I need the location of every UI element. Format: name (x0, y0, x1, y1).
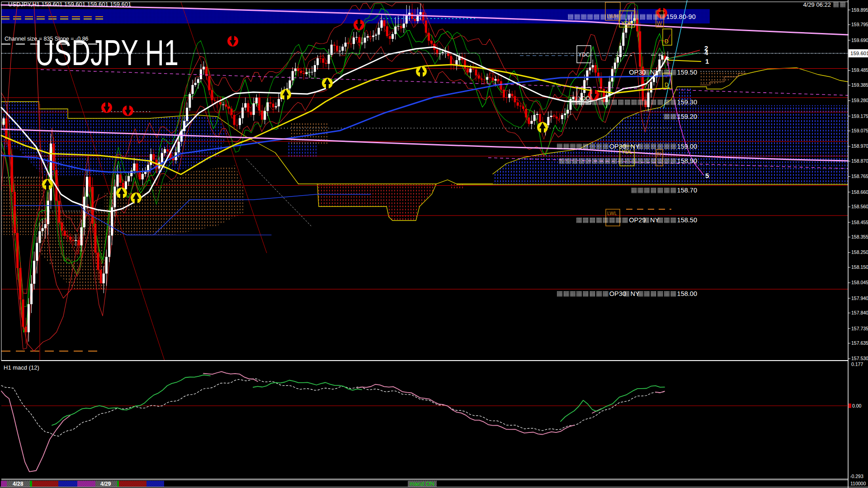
svg-text:0.00: 0.00 (852, 403, 862, 408)
svg-text:158.870: 158.870 (851, 158, 868, 164)
svg-text:158.150: 158.150 (851, 264, 868, 270)
svg-text:157.940: 157.940 (851, 296, 868, 301)
svg-text:H1 macd (12): H1 macd (12) (4, 364, 39, 371)
svg-text:159.385: 159.385 (851, 82, 868, 88)
svg-text:5: 5 (705, 172, 709, 179)
svg-text:110000: 110000 (850, 481, 866, 486)
svg-text:159.485: 159.485 (851, 67, 868, 73)
svg-text:158.970: 158.970 (851, 143, 868, 149)
svg-text:-0.293: -0.293 (850, 474, 863, 479)
svg-text:W: W (656, 151, 661, 156)
svg-text:YDH: YDH (621, 20, 632, 27)
svg-text:158.765: 158.765 (851, 174, 868, 179)
svg-text:YDC: YDC (578, 52, 590, 58)
svg-text:159.690: 159.690 (851, 38, 868, 43)
svg-text:158.355: 158.355 (851, 234, 868, 239)
svg-text:159.280: 159.280 (851, 98, 868, 103)
svg-text:W: W (657, 20, 662, 27)
svg-text:1: 1 (705, 57, 709, 65)
svg-text:OP30: OP30 (609, 143, 626, 150)
svg-text:159.175: 159.175 (851, 113, 868, 119)
svg-text:LWL: LWL (607, 211, 617, 216)
svg-text:4/29 06:22: 4/29 06:22 (803, 1, 831, 8)
svg-text:157.530: 157.530 (851, 356, 868, 361)
svg-text:157.840: 157.840 (851, 310, 868, 315)
svg-text:159.075: 159.075 (851, 128, 868, 133)
svg-text:158.70: 158.70 (677, 187, 697, 194)
svg-text:4: 4 (704, 49, 708, 56)
svg-text:macd ON: macd ON (410, 480, 434, 487)
svg-text:159.795: 159.795 (851, 22, 868, 27)
svg-text:158.455: 158.455 (851, 220, 868, 225)
svg-text:159.30: 159.30 (677, 99, 697, 106)
svg-text:OP29: OP29 (629, 216, 646, 224)
svg-text:D: D (665, 82, 669, 88)
svg-text:159.895: 159.895 (851, 7, 868, 13)
svg-text:158.660: 158.660 (851, 189, 868, 195)
svg-text:158.00: 158.00 (677, 290, 697, 297)
svg-text:158.045: 158.045 (851, 280, 868, 285)
svg-text:158.560: 158.560 (851, 204, 868, 209)
svg-text:158.50: 158.50 (677, 216, 697, 224)
svg-text:158.250: 158.250 (851, 249, 868, 255)
svg-text:D: D (665, 38, 669, 45)
svg-text:159.601: 159.601 (850, 51, 868, 56)
svg-text:157.635: 157.635 (851, 340, 868, 346)
svg-text:159.80-90: 159.80-90 (666, 13, 695, 20)
svg-text:158.90: 158.90 (677, 157, 697, 164)
svg-text:4/29: 4/29 (100, 481, 111, 487)
svg-text:OP30: OP30 (609, 290, 626, 297)
svg-text:Channel size = 835 Slope = -0.: Channel size = 835 Slope = -0.86 (5, 36, 89, 42)
svg-text:159.20: 159.20 (677, 113, 697, 120)
svg-text:157.735: 157.735 (851, 326, 868, 331)
svg-text:4/28: 4/28 (13, 481, 24, 487)
svg-text:0.177: 0.177 (851, 361, 863, 367)
svg-text:OP30: OP30 (629, 69, 646, 76)
svg-text:159.00: 159.00 (677, 143, 697, 150)
svg-text:159.50: 159.50 (677, 69, 697, 76)
